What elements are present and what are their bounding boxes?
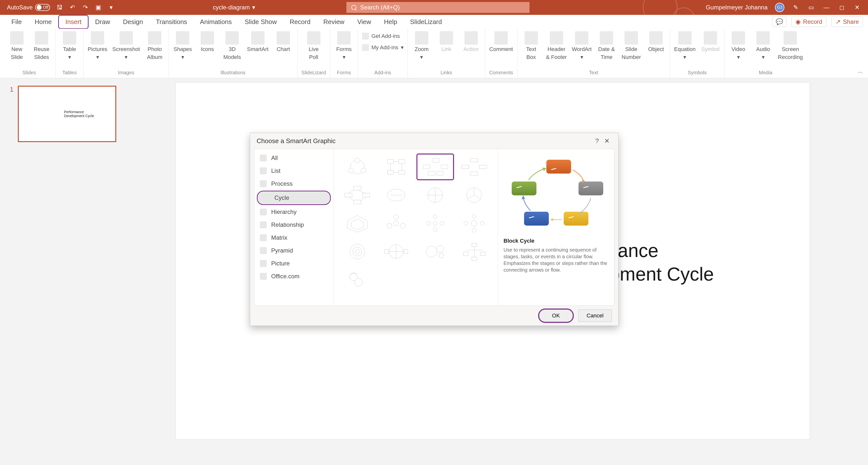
help-icon[interactable]: ?	[592, 136, 602, 146]
gallery-item[interactable]	[456, 210, 493, 237]
category-relationship[interactable]: Relationship	[254, 219, 333, 231]
slide-number-button[interactable]: SlideNumber	[621, 31, 641, 60]
chart-button[interactable]: Chart	[273, 31, 293, 53]
gallery-item[interactable]	[456, 182, 493, 208]
thumbnail-item[interactable]: 1 Performance Development Cycle	[10, 86, 116, 142]
close-icon[interactable]: ✕	[602, 136, 612, 146]
gallery-item[interactable]	[378, 238, 415, 265]
forms-button[interactable]: Forms▾	[334, 31, 354, 60]
gallery-item[interactable]	[339, 153, 376, 180]
gallery-item[interactable]	[378, 210, 415, 237]
header-footer-button[interactable]: Header& Footer	[546, 31, 567, 60]
zoom-button[interactable]: Zoom▾	[412, 31, 432, 60]
reuse-slides-button[interactable]: ReuseSlides	[32, 31, 52, 60]
gallery-item[interactable]	[416, 210, 454, 237]
comment-button[interactable]: Comment	[489, 31, 513, 53]
share-label: Share	[843, 18, 859, 25]
tab-draw[interactable]: Draw	[89, 16, 117, 28]
gallery-item-block-cycle[interactable]	[416, 153, 454, 180]
present-icon[interactable]: ▣	[95, 4, 101, 11]
minimize-icon[interactable]: —	[823, 3, 830, 11]
close-icon[interactable]: ✕	[853, 3, 861, 11]
gallery-item[interactable]	[416, 182, 454, 208]
gallery-item[interactable]	[378, 153, 415, 180]
autosave-toggle[interactable]: AutoSave Off	[7, 4, 50, 11]
ribbon-display-icon[interactable]: ▭	[807, 3, 815, 11]
gallery-item[interactable]	[339, 238, 376, 265]
category-list-item[interactable]: List	[254, 165, 333, 177]
tab-slideshow[interactable]: Slide Show	[238, 16, 283, 28]
wordart-button[interactable]: WordArt▾	[572, 31, 592, 60]
text-box-button[interactable]: TextBox	[521, 31, 541, 60]
ok-button[interactable]: OK	[539, 310, 573, 322]
undo-icon[interactable]: ↶	[69, 4, 76, 11]
tab-record[interactable]: Record	[283, 16, 317, 28]
save-icon[interactable]: 🖫	[56, 4, 63, 11]
category-process[interactable]: Process	[254, 177, 333, 190]
category-all[interactable]: All	[254, 151, 333, 165]
object-button[interactable]: Object	[646, 31, 666, 53]
pictures-button[interactable]: Pictures▾	[88, 31, 107, 60]
lbl: Video	[732, 46, 745, 53]
toggle-switch[interactable]: Off	[35, 4, 50, 11]
lbl: Poll	[309, 54, 318, 60]
pen-icon[interactable]: ✎	[792, 3, 800, 11]
maximize-icon[interactable]: ◻	[838, 3, 846, 11]
tab-home[interactable]: Home	[28, 16, 58, 28]
category-picture[interactable]: Picture	[254, 257, 333, 270]
document-title[interactable]: cycle-diagram ▾	[213, 4, 255, 11]
category-officecom[interactable]: Office.com	[254, 270, 333, 283]
tab-insert[interactable]: Insert	[58, 15, 89, 29]
smartart-button[interactable]: SmartArt	[247, 31, 269, 53]
category-cycle[interactable]: Cycle	[257, 191, 331, 205]
autosave-state: Off	[43, 5, 48, 10]
audio-button[interactable]: Audio▾	[753, 31, 773, 60]
collapse-ribbon-icon[interactable]: ︿	[858, 67, 864, 76]
equation-button[interactable]: Equation▾	[674, 31, 695, 60]
record-button[interactable]: ◉ Record	[791, 17, 827, 27]
shapes-button[interactable]: Shapes▾	[173, 31, 192, 60]
gallery-item[interactable]	[339, 182, 376, 208]
my-addins-button[interactable]: My Add-ins ▾	[362, 42, 404, 53]
screenshot-button[interactable]: Screenshot▾	[112, 31, 140, 60]
gallery-item[interactable]	[339, 266, 376, 293]
comments-button[interactable]: 💬	[773, 17, 786, 27]
3d-models-button[interactable]: 3DModels	[222, 31, 242, 60]
category-matrix[interactable]: Matrix	[254, 231, 333, 244]
category-hierarchy[interactable]: Hierarchy	[254, 205, 333, 219]
gallery-item[interactable]	[456, 153, 493, 180]
search-box[interactable]: Search (Alt+Q)	[346, 2, 529, 13]
icons-button[interactable]: Icons	[197, 31, 217, 53]
share-button[interactable]: ↗ Share	[831, 17, 863, 27]
tab-animations[interactable]: Animations	[193, 16, 238, 28]
live-poll-button[interactable]: LivePoll	[304, 31, 323, 60]
qat-customize-icon[interactable]: ▾	[108, 4, 114, 11]
get-addins-button[interactable]: Get Add-ins	[362, 31, 404, 41]
tab-file[interactable]: File	[5, 16, 28, 28]
category-pyramid[interactable]: Pyramid	[254, 244, 333, 257]
lbl: Forms	[336, 46, 351, 53]
gallery-item[interactable]	[416, 238, 454, 265]
svg-rect-49	[472, 243, 477, 246]
screen-recording-button[interactable]: ScreenRecording	[778, 31, 803, 60]
gallery-item[interactable]	[339, 210, 376, 237]
tab-view[interactable]: View	[351, 16, 378, 28]
gallery-item[interactable]	[378, 182, 415, 208]
tab-transitions[interactable]: Transitions	[150, 16, 193, 28]
tab-slidelizard[interactable]: SlideLizard	[404, 16, 448, 28]
table-button[interactable]: Table▾	[60, 31, 80, 60]
redo-icon[interactable]: ↷	[82, 4, 89, 11]
tab-help[interactable]: Help	[378, 16, 404, 28]
date-time-button[interactable]: Date &Time	[596, 31, 616, 60]
svg-point-26	[394, 221, 399, 226]
gallery-item[interactable]	[456, 238, 493, 265]
tab-review[interactable]: Review	[317, 16, 351, 28]
slide-thumbnail[interactable]: Performance Development Cycle	[18, 86, 116, 142]
photo-album-button[interactable]: PhotoAlbum	[145, 31, 164, 60]
cat-label: Hierarchy	[271, 208, 297, 215]
cancel-button[interactable]: Cancel	[578, 310, 612, 322]
video-button[interactable]: Video▾	[728, 31, 748, 60]
new-slide-button[interactable]: NewSlide	[7, 31, 27, 60]
user-avatar[interactable]: GJ	[775, 3, 784, 12]
tab-design[interactable]: Design	[117, 16, 150, 28]
